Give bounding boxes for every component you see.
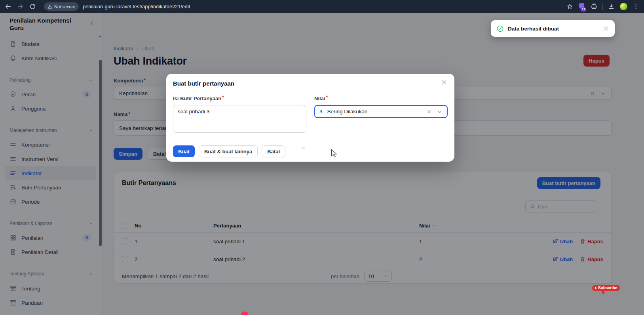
modal-close-button[interactable]	[441, 79, 448, 87]
check-circle-icon	[496, 25, 504, 32]
question-label: Isi Butir Pertanyaan*	[173, 95, 224, 101]
success-toast: Data berhasil dibuat	[491, 20, 615, 37]
extensions-puzzle-icon[interactable]	[591, 3, 597, 10]
address-bar[interactable]: Not secure penilaian-guru-laravel.test/a…	[42, 2, 561, 11]
pointer-hand-icon	[601, 290, 606, 295]
back-icon[interactable]	[5, 3, 11, 10]
toolbar-divider	[602, 4, 603, 10]
extension-badge: 13	[581, 8, 586, 11]
modal-cancel-button[interactable]: Batal	[262, 145, 285, 157]
security-chip[interactable]: Not secure	[44, 2, 79, 11]
modal-create-another-button[interactable]: Buat & buat lainnya	[199, 145, 258, 157]
warning-icon	[47, 4, 52, 9]
app-window: Penilaian Kompetensi Guru ▲ Biodata Kiri…	[0, 13, 644, 315]
clear-icon[interactable]	[426, 109, 432, 115]
forward-icon[interactable]	[17, 3, 24, 10]
nilai-select[interactable]: 3 - Sering Dilakukan	[314, 105, 448, 118]
bookmark-star-icon[interactable]	[566, 3, 573, 10]
toast-close-icon[interactable]	[603, 25, 609, 32]
modal-backdrop[interactable]	[0, 13, 644, 315]
close-icon	[441, 79, 448, 86]
question-field: Isi Butir Pertanyaan* soal pribadi 3	[173, 95, 306, 134]
url-text: penilaian-guru-laravel.test/app/indikato…	[83, 4, 190, 10]
menu-kebab-icon[interactable]	[633, 3, 639, 10]
download-icon[interactable]	[608, 3, 615, 10]
chevron-down-icon[interactable]	[437, 109, 443, 115]
reload-icon[interactable]	[29, 3, 36, 10]
browser-toolbar: Not secure penilaian-guru-laravel.test/a…	[0, 0, 644, 13]
create-butir-modal: Buat butir pertanyaan Isi Butir Pertanya…	[166, 74, 454, 162]
resize-handle[interactable]	[301, 145, 305, 149]
nilai-label: Nilai*	[314, 95, 328, 101]
modal-create-button[interactable]: Buat	[173, 145, 195, 157]
screen: Not secure penilaian-guru-laravel.test/a…	[0, 0, 644, 315]
question-textarea[interactable]: soal pribadi 3	[173, 105, 306, 133]
play-icon	[595, 287, 597, 289]
toast-message: Data berhasil dibuat	[508, 26, 559, 32]
nilai-value: 3 - Sering Dilakukan	[319, 109, 368, 115]
mouse-cursor	[331, 149, 338, 158]
nilai-field: Nilai* 3 - Sering Dilakukan	[314, 95, 448, 134]
subscribe-watermark: Subscribe	[592, 285, 620, 291]
profile-avatar[interactable]	[620, 3, 627, 10]
browser-actions: 13	[566, 3, 639, 10]
extension-icon[interactable]: 13	[578, 3, 585, 10]
modal-title: Buat butir pertanyaan	[173, 80, 448, 87]
security-chip-label: Not secure	[54, 4, 75, 9]
modal-actions: Buat Buat & buat lainnya Batal	[173, 145, 285, 157]
